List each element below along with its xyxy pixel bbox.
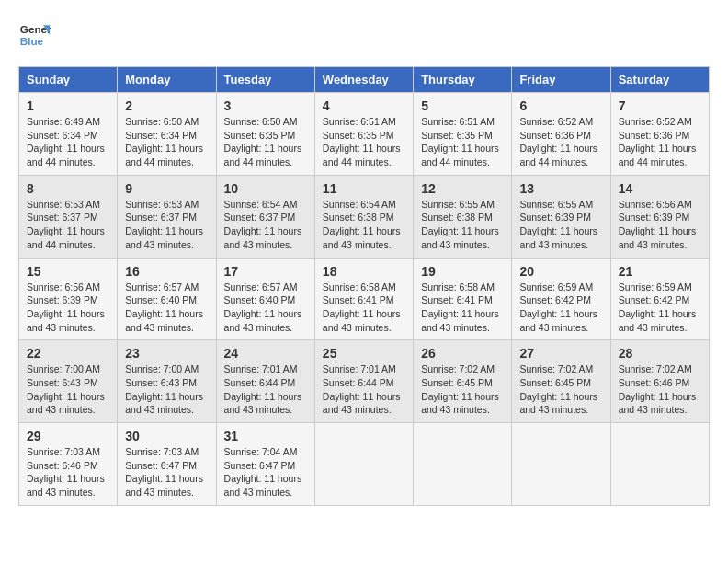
cell-info: Sunrise: 6:59 AM Sunset: 6:42 PM Dayligh… — [619, 281, 701, 335]
calendar-cell: 6 Sunrise: 6:52 AM Sunset: 6:36 PM Dayli… — [512, 93, 610, 176]
day-number: 6 — [519, 98, 602, 113]
day-header-sunday: Sunday — [19, 67, 118, 93]
day-number: 30 — [125, 429, 208, 443]
calendar-cell: 27 Sunrise: 7:02 AM Sunset: 6:45 PM Dayl… — [512, 340, 610, 423]
logo-icon: General Blue — [18, 18, 51, 52]
calendar-cell: 2 Sunrise: 6:50 AM Sunset: 6:34 PM Dayli… — [118, 93, 216, 176]
day-number: 19 — [421, 264, 504, 279]
cell-info: Sunrise: 7:04 AM Sunset: 6:47 PM Dayligh… — [224, 445, 307, 500]
calendar-cell: 31 Sunrise: 7:04 AM Sunset: 6:47 PM Dayl… — [216, 423, 314, 506]
cell-info: Sunrise: 7:02 AM Sunset: 6:46 PM Dayligh… — [619, 362, 701, 417]
calendar-cell: 4 Sunrise: 6:51 AM Sunset: 6:35 PM Dayli… — [314, 93, 413, 176]
page-header: General Blue — [18, 18, 710, 52]
day-number: 27 — [519, 346, 602, 361]
cell-info: Sunrise: 6:54 AM Sunset: 6:38 PM Dayligh… — [323, 198, 405, 252]
cell-info: Sunrise: 6:56 AM Sunset: 6:39 PM Dayligh… — [27, 281, 109, 335]
day-number: 8 — [27, 181, 109, 196]
day-header-saturday: Saturday — [610, 67, 709, 93]
day-number: 15 — [27, 264, 109, 279]
day-number: 12 — [421, 181, 504, 196]
cell-info: Sunrise: 6:57 AM Sunset: 6:40 PM Dayligh… — [224, 281, 307, 335]
calendar-cell: 26 Sunrise: 7:02 AM Sunset: 6:45 PM Dayl… — [414, 340, 512, 423]
day-header-thursday: Thursday — [414, 67, 512, 93]
calendar-cell: 10 Sunrise: 6:54 AM Sunset: 6:37 PM Dayl… — [216, 175, 314, 258]
calendar-cell: 11 Sunrise: 6:54 AM Sunset: 6:38 PM Dayl… — [314, 175, 413, 258]
day-number: 25 — [323, 346, 405, 361]
cell-info: Sunrise: 6:58 AM Sunset: 6:41 PM Dayligh… — [421, 281, 504, 335]
day-number: 16 — [125, 264, 208, 279]
cell-info: Sunrise: 6:55 AM Sunset: 6:39 PM Dayligh… — [519, 198, 602, 252]
day-header-wednesday: Wednesday — [314, 67, 413, 93]
calendar-cell: 3 Sunrise: 6:50 AM Sunset: 6:35 PM Dayli… — [216, 93, 314, 176]
day-number: 17 — [224, 264, 307, 279]
day-number: 4 — [323, 98, 405, 113]
cell-info: Sunrise: 6:59 AM Sunset: 6:42 PM Dayligh… — [519, 281, 602, 335]
day-number: 7 — [619, 98, 701, 113]
day-number: 5 — [421, 98, 504, 113]
cell-info: Sunrise: 7:02 AM Sunset: 6:45 PM Dayligh… — [421, 362, 504, 417]
cell-info: Sunrise: 6:57 AM Sunset: 6:40 PM Dayligh… — [125, 281, 208, 335]
calendar-week-2: 8 Sunrise: 6:53 AM Sunset: 6:37 PM Dayli… — [19, 175, 710, 258]
cell-info: Sunrise: 7:03 AM Sunset: 6:46 PM Dayligh… — [27, 445, 109, 500]
day-number: 31 — [224, 429, 307, 443]
cell-info: Sunrise: 7:01 AM Sunset: 6:44 PM Dayligh… — [224, 362, 307, 417]
cell-info: Sunrise: 6:54 AM Sunset: 6:37 PM Dayligh… — [224, 198, 307, 252]
cell-info: Sunrise: 6:53 AM Sunset: 6:37 PM Dayligh… — [125, 198, 208, 252]
day-number: 9 — [125, 181, 208, 196]
cell-info: Sunrise: 7:00 AM Sunset: 6:43 PM Dayligh… — [27, 362, 109, 417]
day-number: 2 — [125, 98, 208, 113]
calendar-cell: 5 Sunrise: 6:51 AM Sunset: 6:35 PM Dayli… — [414, 93, 512, 176]
calendar-cell: 30 Sunrise: 7:03 AM Sunset: 6:47 PM Dayl… — [118, 423, 216, 506]
calendar-week-1: 1 Sunrise: 6:49 AM Sunset: 6:34 PM Dayli… — [19, 93, 710, 176]
day-number: 26 — [421, 346, 504, 361]
cell-info: Sunrise: 6:51 AM Sunset: 6:35 PM Dayligh… — [323, 115, 405, 169]
calendar-week-5: 29 Sunrise: 7:03 AM Sunset: 6:46 PM Dayl… — [19, 423, 710, 506]
calendar-cell: 15 Sunrise: 6:56 AM Sunset: 6:39 PM Dayl… — [19, 258, 118, 340]
day-number: 18 — [323, 264, 405, 279]
cell-info: Sunrise: 7:01 AM Sunset: 6:44 PM Dayligh… — [323, 362, 405, 417]
calendar-cell: 16 Sunrise: 6:57 AM Sunset: 6:40 PM Dayl… — [118, 258, 216, 340]
calendar-week-3: 15 Sunrise: 6:56 AM Sunset: 6:39 PM Dayl… — [19, 258, 710, 340]
day-number: 1 — [27, 98, 109, 113]
cell-info: Sunrise: 6:55 AM Sunset: 6:38 PM Dayligh… — [421, 198, 504, 252]
day-header-friday: Friday — [512, 67, 610, 93]
day-number: 23 — [125, 346, 208, 361]
calendar-cell: 22 Sunrise: 7:00 AM Sunset: 6:43 PM Dayl… — [19, 340, 118, 423]
calendar-cell: 20 Sunrise: 6:59 AM Sunset: 6:42 PM Dayl… — [512, 258, 610, 340]
day-number: 3 — [224, 98, 307, 113]
calendar-cell: 14 Sunrise: 6:56 AM Sunset: 6:39 PM Dayl… — [610, 175, 709, 258]
calendar-cell: 29 Sunrise: 7:03 AM Sunset: 6:46 PM Dayl… — [19, 423, 118, 506]
day-header-monday: Monday — [118, 67, 216, 93]
cell-info: Sunrise: 7:03 AM Sunset: 6:47 PM Dayligh… — [125, 445, 208, 500]
calendar-cell: 7 Sunrise: 6:52 AM Sunset: 6:36 PM Dayli… — [610, 93, 709, 176]
day-number: 20 — [519, 264, 602, 279]
day-number: 13 — [519, 181, 602, 196]
day-header-tuesday: Tuesday — [216, 67, 314, 93]
header-row: SundayMondayTuesdayWednesdayThursdayFrid… — [19, 67, 710, 93]
calendar-cell: 23 Sunrise: 7:00 AM Sunset: 6:43 PM Dayl… — [118, 340, 216, 423]
cell-info: Sunrise: 6:56 AM Sunset: 6:39 PM Dayligh… — [619, 198, 701, 252]
day-number: 24 — [224, 346, 307, 361]
calendar-cell: 13 Sunrise: 6:55 AM Sunset: 6:39 PM Dayl… — [512, 175, 610, 258]
cell-info: Sunrise: 7:02 AM Sunset: 6:45 PM Dayligh… — [519, 362, 602, 417]
cell-info: Sunrise: 6:58 AM Sunset: 6:41 PM Dayligh… — [323, 281, 405, 335]
calendar-table: SundayMondayTuesdayWednesdayThursdayFrid… — [18, 66, 710, 506]
calendar-cell — [610, 423, 709, 506]
day-number: 22 — [27, 346, 109, 361]
calendar-week-4: 22 Sunrise: 7:00 AM Sunset: 6:43 PM Dayl… — [19, 340, 710, 423]
calendar-cell: 28 Sunrise: 7:02 AM Sunset: 6:46 PM Dayl… — [610, 340, 709, 423]
cell-info: Sunrise: 6:50 AM Sunset: 6:34 PM Dayligh… — [125, 115, 208, 169]
cell-info: Sunrise: 6:52 AM Sunset: 6:36 PM Dayligh… — [619, 115, 701, 169]
cell-info: Sunrise: 6:52 AM Sunset: 6:36 PM Dayligh… — [519, 115, 602, 169]
day-number: 28 — [619, 346, 701, 361]
cell-info: Sunrise: 6:50 AM Sunset: 6:35 PM Dayligh… — [224, 115, 307, 169]
calendar-cell: 19 Sunrise: 6:58 AM Sunset: 6:41 PM Dayl… — [414, 258, 512, 340]
day-number: 14 — [619, 181, 701, 196]
calendar-cell — [314, 423, 413, 506]
calendar-cell: 24 Sunrise: 7:01 AM Sunset: 6:44 PM Dayl… — [216, 340, 314, 423]
calendar-cell — [414, 423, 512, 506]
svg-text:Blue: Blue — [20, 35, 44, 47]
calendar-cell: 21 Sunrise: 6:59 AM Sunset: 6:42 PM Dayl… — [610, 258, 709, 340]
cell-info: Sunrise: 7:00 AM Sunset: 6:43 PM Dayligh… — [125, 362, 208, 417]
calendar-cell: 25 Sunrise: 7:01 AM Sunset: 6:44 PM Dayl… — [314, 340, 413, 423]
